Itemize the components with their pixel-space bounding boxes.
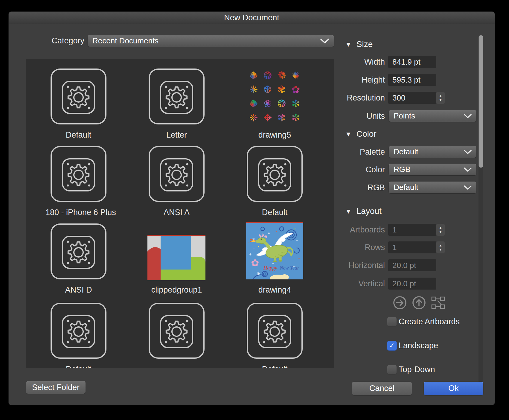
template-label: ANSI A <box>144 208 210 217</box>
disclosure-triangle-icon: ▼ <box>345 130 352 138</box>
svg-text:✦: ✦ <box>257 245 259 248</box>
drawing4-caption-1: Happy <box>263 265 277 271</box>
resolution-stepper[interactable]: ▲ ▼ <box>436 92 445 104</box>
panel-scrollbar-thumb[interactable] <box>478 35 483 168</box>
template-default-2[interactable]: Default <box>246 146 303 202</box>
template-ansi-a[interactable]: ANSI A <box>148 146 205 202</box>
template-default-1[interactable]: Default <box>50 68 107 125</box>
gear-template-icon <box>148 68 205 125</box>
palette-dropdown[interactable]: Default <box>389 146 476 158</box>
template-label: Default <box>242 364 308 368</box>
motif-glyph: ✺ <box>247 97 261 111</box>
template-label: clippedgroup1 <box>144 285 210 295</box>
stepper-down-icon[interactable]: ▼ <box>439 230 442 234</box>
artboards-stepper[interactable]: ▲ ▼ <box>436 224 445 236</box>
template-label: ANSI D <box>45 285 112 295</box>
stepper-down-icon[interactable]: ▼ <box>439 98 442 102</box>
template-default-4[interactable]: Default <box>246 302 303 359</box>
template-label: 180 - iPhone 6 Plus <box>45 208 112 217</box>
width-label: Width <box>335 56 385 68</box>
resolution-label: Resolution <box>335 92 385 104</box>
motif-glyph: ❁ <box>275 69 289 83</box>
height-field[interactable]: 595.3 pt <box>388 74 436 86</box>
horizontal-field[interactable]: 20.0 pt <box>388 259 436 271</box>
motif-glyph: ❂ <box>261 69 275 83</box>
svg-text:❅: ❅ <box>256 271 260 276</box>
template-ansi-d[interactable]: ANSI D <box>50 223 107 280</box>
rows-label: Rows <box>335 241 385 253</box>
color-label: Color <box>335 164 385 176</box>
ok-button[interactable]: Ok <box>424 382 483 395</box>
cancel-button[interactable]: Cancel <box>352 382 412 395</box>
arrow-up-circle-icon[interactable] <box>412 296 426 310</box>
stepper-down-icon[interactable]: ▼ <box>439 248 442 251</box>
dialog-title: New Document <box>224 13 279 22</box>
template-label: drawing4 <box>242 285 308 295</box>
size-section-header[interactable]: ▼Size <box>345 41 373 48</box>
disclosure-triangle-icon: ▼ <box>345 41 352 48</box>
palette-label: Palette <box>335 146 385 158</box>
arrow-right-circle-icon[interactable] <box>393 296 407 310</box>
resolution-field[interactable]: 300 <box>388 92 436 104</box>
template-label: Default <box>242 208 308 217</box>
rgb-dropdown[interactable]: Default <box>389 182 476 193</box>
landscape-label: Landscape <box>399 341 438 351</box>
template-unnamed[interactable] <box>148 302 205 359</box>
clippedgroup1-thumbnail <box>147 235 205 280</box>
top-down-label: Top-Down <box>399 365 435 375</box>
vertical-field[interactable]: 20.0 pt <box>388 278 436 290</box>
motif-glyph: ✾ <box>275 83 289 97</box>
gear-template-icon <box>148 302 205 359</box>
motif-glyph: ✺ <box>247 69 261 83</box>
category-dropdown[interactable]: Recent Documents <box>88 35 334 47</box>
motif-glyph: ❋ <box>247 83 261 97</box>
motif-glyph: ✥ <box>261 111 275 125</box>
stepper-up-icon[interactable]: ▲ <box>439 226 442 229</box>
template-label: drawing5 <box>242 130 308 140</box>
artboards-label: Artboards <box>335 224 385 236</box>
rgb-label: RGB <box>335 182 385 194</box>
top-down-checkbox[interactable] <box>387 365 397 375</box>
artboard-layout-icon[interactable] <box>431 296 445 309</box>
template-clippedgroup1[interactable]: clippedgroup1 <box>148 223 205 280</box>
rows-field[interactable]: 1 <box>388 241 436 253</box>
landscape-checkbox[interactable]: ✓ <box>387 341 397 351</box>
color-section-header[interactable]: ▼Color <box>345 130 377 138</box>
title-bar[interactable]: New Document <box>9 12 495 24</box>
select-folder-button[interactable]: Select Folder <box>26 381 86 394</box>
gear-template-icon <box>50 68 107 125</box>
horizontal-label: Horizontal <box>335 259 385 271</box>
motif-glyph: ❀ <box>261 97 275 111</box>
drawing5-thumbnail: ✺❂❁✹❋❆✾✿✺❀❂✻❊✥❃✼ <box>246 68 303 125</box>
create-artboards-checkbox[interactable] <box>387 317 397 327</box>
height-label: Height <box>335 74 385 86</box>
svg-text:✦: ✦ <box>294 227 296 231</box>
chevron-down-icon <box>464 114 472 118</box>
gear-template-icon <box>148 146 205 202</box>
layout-section-header[interactable]: ▼Layout <box>345 208 382 215</box>
svg-text:❄: ❄ <box>296 239 298 242</box>
gear-template-icon <box>50 223 107 280</box>
stepper-up-icon[interactable]: ▲ <box>439 244 442 247</box>
template-drawing4[interactable]: ❄❄ ❄❄ ❄❄ ❄❅ ✦✦ ✿ <box>246 223 303 280</box>
template-drawing5[interactable]: ✺❂❁✹❋❆✾✿✺❀❂✻❊✥❃✼ drawing5 <box>246 68 303 125</box>
template-default-3[interactable]: Default <box>50 302 107 359</box>
rows-stepper[interactable]: ▲ ▼ <box>436 241 445 253</box>
chevron-down-icon <box>464 167 472 172</box>
gear-template-icon <box>50 146 107 202</box>
template-iphone6plus[interactable]: 180 - iPhone 6 Plus <box>50 146 107 202</box>
motif-glyph: ✼ <box>289 111 303 125</box>
svg-text:❄: ❄ <box>249 253 252 256</box>
chevron-down-icon <box>464 185 472 190</box>
flower-glyph: ✿ <box>251 257 259 269</box>
template-label: Default <box>45 130 112 140</box>
units-label: Units <box>335 110 385 122</box>
artboards-field[interactable]: 1 <box>388 224 436 236</box>
gear-template-icon <box>246 146 303 202</box>
width-field[interactable]: 841.9 pt <box>388 56 436 68</box>
color-dropdown[interactable]: RGB <box>389 164 476 175</box>
chevron-down-icon <box>320 38 329 44</box>
stepper-up-icon[interactable]: ▲ <box>439 94 442 98</box>
template-letter[interactable]: Letter <box>148 68 205 125</box>
units-dropdown[interactable]: Points <box>389 110 476 122</box>
